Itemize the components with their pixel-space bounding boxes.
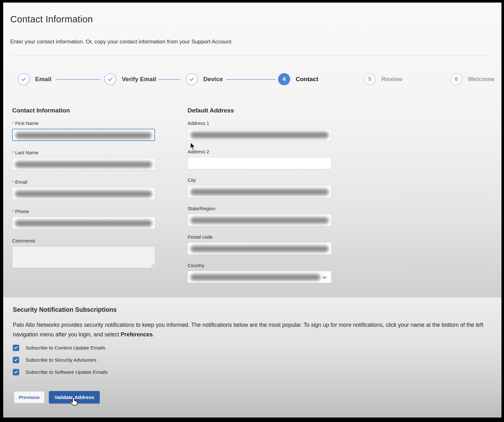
page-title: Contact Information	[10, 14, 494, 25]
country-label: Country	[188, 263, 331, 268]
required-asterisk: *	[12, 180, 14, 185]
resize-handle-icon[interactable]	[151, 264, 154, 267]
security-advisories-checkbox[interactable]	[13, 357, 19, 363]
required-asterisk: *	[12, 121, 14, 126]
previous-button[interactable]: Previous	[14, 391, 44, 403]
step-connector	[158, 79, 180, 80]
description-period: .	[153, 331, 154, 338]
required-asterisk: *	[12, 209, 14, 214]
city-input[interactable]	[188, 186, 331, 198]
email-input[interactable]	[12, 188, 155, 200]
stepper-step-device[interactable]: Device	[186, 73, 223, 85]
step-complete-check-icon	[18, 73, 30, 85]
step-label: Verify Email	[122, 76, 156, 83]
state-region-input[interactable]	[188, 214, 331, 226]
country-field-group: Country	[188, 263, 331, 283]
state-region-field-group: State/Region	[188, 206, 331, 226]
security-advisories-label: Subscribe to Security Advisories	[26, 357, 96, 363]
checkbox-row-software-updates[interactable]: Subscribe to Software Update Emails	[13, 369, 489, 376]
redacted-value	[190, 246, 329, 252]
step-label: Email	[35, 76, 51, 83]
chevron-down-icon	[322, 275, 327, 279]
country-select[interactable]	[188, 271, 331, 283]
step-label: Welcome	[468, 76, 494, 83]
address1-label: Address 1	[188, 120, 331, 126]
step-complete-check-icon	[186, 73, 198, 85]
contact-step-panel: Contact Information Enter your contact i…	[3, 3, 501, 297]
redacted-value	[15, 191, 152, 197]
step-number: 4	[283, 76, 285, 82]
comments-textarea[interactable]	[12, 246, 155, 268]
security-subscriptions-panel: Security Notification Subscriptions Palo…	[3, 297, 501, 418]
address2-input[interactable]	[188, 157, 331, 169]
postal-code-field-group: Postal code	[188, 234, 331, 255]
step-number: 5	[368, 76, 371, 82]
checkbox-row-security-advisories[interactable]: Subscribe to Security Advisories	[13, 357, 489, 364]
software-updates-checkbox[interactable]	[13, 369, 19, 375]
stepper-step-verify-email[interactable]: Verify Email	[104, 73, 156, 85]
phone-label: Phone	[15, 209, 29, 214]
app-window: Contact Information Enter your contact i…	[3, 3, 501, 418]
description-bold-preferences: Preferences	[121, 331, 153, 338]
redacted-value	[190, 274, 320, 280]
step-label: Device	[203, 76, 223, 83]
required-asterisk: *	[12, 150, 14, 155]
phone-input[interactable]	[12, 217, 155, 229]
default-address-column: Default Address Address 1 Address 2 City…	[188, 107, 331, 291]
step-label: Review	[381, 76, 402, 83]
step-number-badge: 5	[364, 73, 376, 85]
address1-input[interactable]	[188, 129, 331, 141]
redacted-value	[190, 189, 329, 195]
step-label: Contact	[296, 76, 318, 83]
phone-field-group: *Phone	[12, 209, 155, 229]
page-subtitle: Enter your contact information. Or, copy…	[10, 39, 494, 45]
check-icon	[14, 345, 18, 349]
first-name-field-group: *First Name	[12, 120, 155, 141]
form-actions: Previous Validate Address	[13, 391, 489, 403]
redacted-value	[15, 220, 152, 226]
default-address-heading: Default Address	[188, 107, 331, 114]
redacted-value	[190, 217, 329, 224]
comments-field-group: Comments	[12, 238, 155, 268]
content-updates-label: Subscribe to Content Update Emails	[26, 345, 105, 351]
validate-address-button[interactable]: Validate Address	[49, 391, 100, 403]
step-number: 6	[455, 76, 458, 82]
step-complete-check-icon	[104, 73, 116, 85]
contact-info-column: Contact Information *First Name *Last Na…	[12, 107, 155, 291]
subscriptions-heading: Security Notification Subscriptions	[13, 306, 489, 313]
step-connector	[226, 79, 276, 80]
city-field-group: City	[188, 177, 331, 198]
address2-label: Address 2	[188, 149, 331, 154]
address1-field-group: Address 1	[188, 120, 331, 141]
email-field-group: *Email	[12, 179, 155, 200]
redacted-value	[15, 161, 152, 168]
last-name-field-group: *Last Name	[12, 150, 155, 170]
email-label: Email	[15, 179, 27, 185]
stepper-step-email[interactable]: Email	[18, 73, 51, 85]
step-number-badge: 4	[278, 73, 290, 85]
last-name-input[interactable]	[12, 158, 155, 170]
redacted-value	[15, 132, 152, 139]
description-text: Palo Alto Networks provides security not…	[13, 322, 483, 338]
checkbox-row-content-updates[interactable]: Subscribe to Content Update Emails	[13, 344, 489, 351]
redacted-value	[190, 132, 329, 138]
stepper-step-review[interactable]: 5 Review	[364, 73, 402, 85]
city-label: City	[188, 177, 331, 183]
subscriptions-description: Palo Alto Networks provides security not…	[13, 320, 489, 339]
header-divider	[10, 56, 491, 56]
stepper-step-contact[interactable]: 4 Contact	[278, 73, 318, 85]
comments-label: Comments	[12, 238, 155, 243]
state-region-label: State/Region	[188, 206, 331, 211]
step-number-badge: 6	[450, 73, 462, 85]
last-name-label: Last Name	[15, 150, 38, 155]
content-updates-checkbox[interactable]	[13, 345, 19, 351]
check-icon	[14, 357, 18, 361]
software-updates-label: Subscribe to Software Update Emails	[26, 369, 108, 375]
stepper-step-welcome[interactable]: 6 Welcome	[450, 73, 494, 85]
postal-code-input[interactable]	[188, 242, 331, 255]
address2-field-group: Address 2	[188, 149, 331, 169]
step-connector	[56, 79, 101, 80]
first-name-label: First Name	[15, 120, 38, 126]
check-icon	[14, 370, 18, 373]
first-name-input[interactable]	[12, 129, 155, 141]
